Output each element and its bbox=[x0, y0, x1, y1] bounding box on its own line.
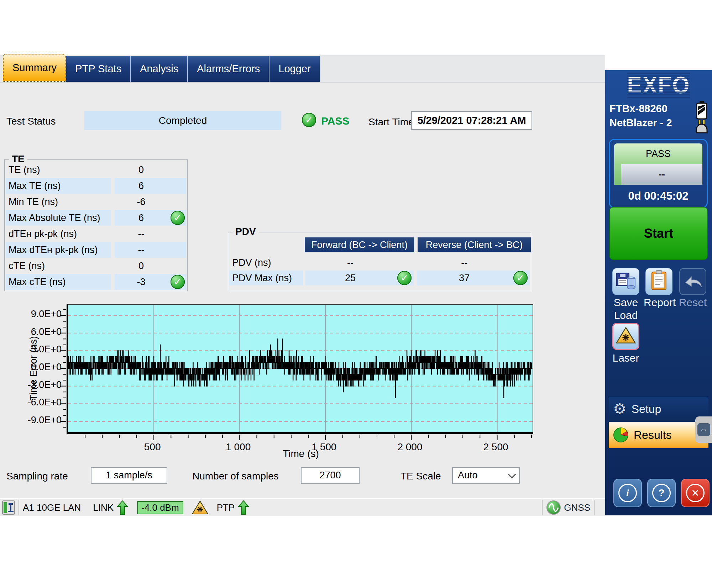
x-tick-label: 2 500 bbox=[471, 441, 521, 453]
help-icon: ? bbox=[652, 484, 671, 502]
table-row: PDV (ns) -- -- bbox=[229, 255, 530, 270]
row-label: Max TE (ns) bbox=[6, 178, 111, 194]
link-up-arrow-icon bbox=[117, 500, 128, 515]
row-value: 6 bbox=[115, 212, 168, 224]
help-button[interactable]: ? bbox=[647, 479, 676, 507]
verdict-bar: PASS bbox=[614, 143, 702, 164]
row-value: 0 bbox=[115, 261, 168, 272]
save-load-icon bbox=[616, 270, 636, 293]
power-level-badge: -4.0 dBm bbox=[137, 501, 183, 514]
verdict-secondary-bar: -- bbox=[614, 164, 702, 185]
row-value-forward: 25 bbox=[305, 273, 396, 284]
row-value-reverse: 37 bbox=[417, 273, 511, 284]
table-row: Max dTEʜ pk-pk (ns) -- bbox=[6, 242, 186, 258]
test-verdict-panel: PASS -- 0d 00:45:02 bbox=[609, 139, 708, 208]
divider bbox=[594, 500, 595, 515]
pie-chart-icon bbox=[613, 427, 629, 443]
te-chart-plot bbox=[67, 304, 533, 434]
row-label: Max dTEʜ pk-pk (ns) bbox=[6, 242, 111, 258]
divider bbox=[542, 500, 543, 515]
row-value: 0 bbox=[115, 164, 168, 175]
te-group: TE TE (ns) 0 Max TE (ns) 6 Min TE (ns) -… bbox=[4, 159, 188, 291]
y-tick-label: -6.0E+0 bbox=[19, 397, 62, 408]
row-label: Max Absolute TE (ns) bbox=[6, 210, 111, 226]
save-label: Save bbox=[610, 296, 642, 309]
y-tick-label: 6.0E+0 bbox=[19, 326, 62, 337]
power-plug-icon bbox=[694, 119, 709, 136]
pass-check-icon bbox=[171, 211, 185, 225]
module-model: FTBx-88260 bbox=[609, 103, 668, 115]
row-label: PDV (ns) bbox=[229, 255, 303, 270]
te-scale-label: TE Scale bbox=[400, 471, 441, 482]
results-nav-button[interactable]: Results bbox=[609, 422, 708, 448]
y-tick-label: 0.0E+0 bbox=[19, 362, 62, 373]
setup-nav-button[interactable]: ⚙ Setup bbox=[609, 397, 708, 421]
tab-ptp-stats[interactable]: PTP Stats bbox=[66, 56, 131, 82]
laser-warning-icon bbox=[192, 500, 208, 515]
sidebar: EXFO FTBx-88260 NetBlazer - 2 PASS -- 0d… bbox=[605, 70, 712, 515]
pdv-col-reverse: Reverse (Client -> BC) bbox=[418, 237, 531, 252]
close-button[interactable]: ✕ bbox=[681, 479, 710, 507]
chevron-down-icon[interactable] bbox=[505, 468, 519, 483]
reset-button[interactable] bbox=[679, 268, 706, 295]
row-label: Min TE (ns) bbox=[6, 194, 111, 210]
table-row: Min TE (ns) -6 bbox=[6, 194, 186, 210]
number-of-samples-field[interactable]: 2700 bbox=[301, 467, 360, 484]
remote-access-tab[interactable]: ⇔ bbox=[695, 416, 712, 443]
report-button[interactable] bbox=[645, 268, 672, 295]
laser-button[interactable] bbox=[612, 323, 639, 350]
number-of-samples-label: Number of samples bbox=[192, 471, 279, 482]
y-tick-label: 9.0E+0 bbox=[19, 309, 62, 320]
start-time-label: Start Time bbox=[368, 116, 414, 128]
te-scale-value: Auto bbox=[453, 470, 505, 481]
tab-logger-label: Logger bbox=[278, 63, 310, 75]
x-tick-label: 500 bbox=[127, 441, 177, 453]
tab-ptp-stats-label: PTP Stats bbox=[75, 63, 121, 75]
pass-check-icon bbox=[513, 271, 528, 285]
link-label: LINK bbox=[93, 502, 114, 513]
ptp-label: PTP bbox=[217, 502, 235, 513]
tab-logger[interactable]: Logger bbox=[269, 56, 320, 82]
progress-strip bbox=[614, 164, 621, 185]
sampling-rate-field[interactable]: 1 sample/s bbox=[91, 467, 167, 484]
main-window: Summary PTP Stats Analysis Alarms/Errors… bbox=[0, 55, 605, 515]
table-row: Max cTE (ns) -3 bbox=[6, 274, 186, 290]
laser-warning-icon bbox=[616, 327, 636, 346]
port-label: A1 10GE LAN bbox=[23, 502, 81, 513]
tab-bar: Summary PTP Stats Analysis Alarms/Errors… bbox=[0, 55, 605, 83]
status-bar: A1 10GE LAN LINK -4.0 dBm PTP GNSS bbox=[0, 498, 605, 516]
pass-check-icon bbox=[171, 275, 185, 289]
reset-arrow-icon bbox=[683, 273, 703, 291]
gear-icon: ⚙ bbox=[613, 401, 627, 416]
tab-summary-label: Summary bbox=[12, 62, 57, 74]
y-tick-label: 3.0E+0 bbox=[19, 344, 62, 355]
table-row: Max Absolute TE (ns) 6 bbox=[6, 210, 186, 226]
gnss-label: GNSS bbox=[564, 502, 590, 513]
row-label: cTE (ns) bbox=[6, 258, 111, 274]
report-icon bbox=[650, 270, 668, 293]
tab-summary[interactable]: Summary bbox=[3, 54, 66, 82]
tab-alarms-errors[interactable]: Alarms/Errors bbox=[188, 56, 269, 82]
test-status-label: Test Status bbox=[6, 116, 56, 127]
results-label: Results bbox=[634, 429, 672, 442]
save-load-button[interactable] bbox=[612, 268, 639, 295]
port-icon bbox=[2, 500, 15, 515]
row-label: Max cTE (ns) bbox=[6, 274, 111, 290]
setup-label: Setup bbox=[632, 403, 661, 416]
module-name: NetBlazer - 2 bbox=[609, 117, 672, 129]
tab-analysis[interactable]: Analysis bbox=[131, 56, 188, 82]
report-label: Report bbox=[642, 296, 677, 309]
info-icon: i bbox=[618, 484, 637, 502]
start-button[interactable]: Start bbox=[609, 207, 708, 260]
info-button[interactable]: i bbox=[613, 479, 642, 507]
table-row: dTEʜ pk-pk (ns) -- bbox=[6, 226, 186, 242]
ptp-up-arrow-icon bbox=[238, 500, 249, 515]
row-label: dTEʜ pk-pk (ns) bbox=[6, 226, 111, 242]
row-value: -- bbox=[115, 245, 168, 256]
row-value: -6 bbox=[115, 196, 168, 208]
verdict-text: PASS bbox=[321, 115, 349, 127]
table-row: PDV Max (ns) 25 37 bbox=[229, 271, 530, 285]
start-time-value: 5/29/2021 07:28:21 AM bbox=[411, 111, 532, 130]
te-scale-select[interactable]: Auto bbox=[452, 467, 520, 484]
pass-check-icon bbox=[302, 113, 316, 127]
